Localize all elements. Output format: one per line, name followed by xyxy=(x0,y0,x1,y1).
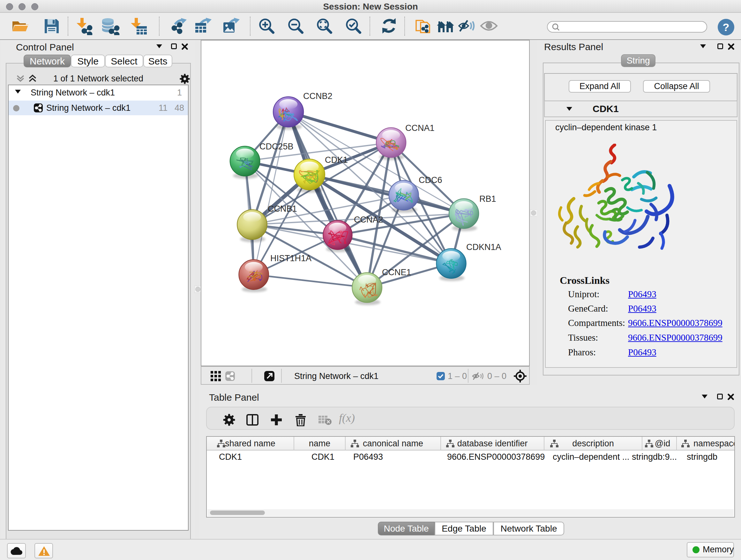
svg-text:CCNA1: CCNA1 xyxy=(405,123,434,133)
svg-text:CCNB2: CCNB2 xyxy=(303,91,333,101)
svg-text:CDC6: CDC6 xyxy=(419,175,442,185)
svg-text:CDK1: CDK1 xyxy=(325,155,348,165)
svg-text:CCNE1: CCNE1 xyxy=(382,267,411,277)
svg-text:CCNA2: CCNA2 xyxy=(354,215,383,225)
svg-text:RB1: RB1 xyxy=(479,194,496,204)
svg-text:?: ? xyxy=(723,21,730,33)
svg-text:HIST1H1A: HIST1H1A xyxy=(270,253,312,263)
svg-text:CDKN1A: CDKN1A xyxy=(466,242,501,252)
svg-text:CCNB1: CCNB1 xyxy=(268,204,297,213)
svg-text:CDC25B: CDC25B xyxy=(259,142,293,151)
